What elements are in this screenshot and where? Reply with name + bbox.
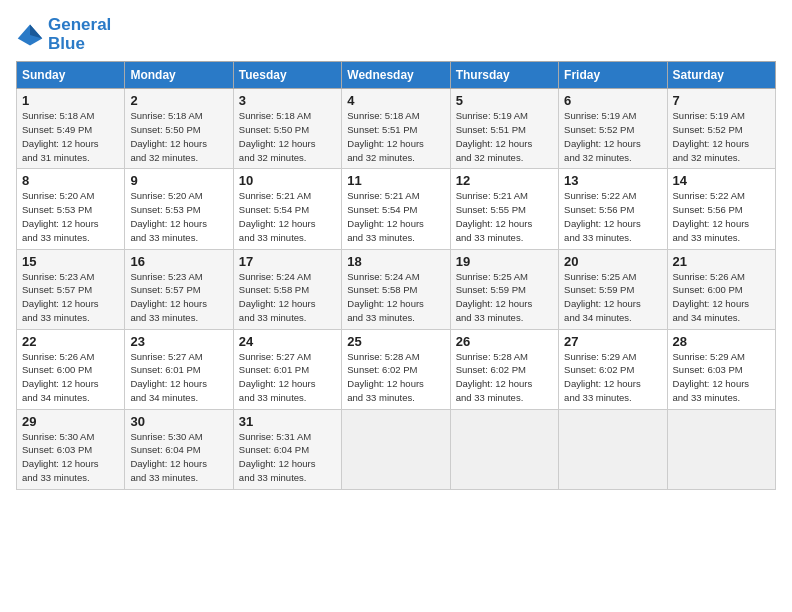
calendar-cell: 23 Sunrise: 5:27 AMSunset: 6:01 PMDaylig… xyxy=(125,329,233,409)
calendar-cell: 4 Sunrise: 5:18 AMSunset: 5:51 PMDayligh… xyxy=(342,89,450,169)
calendar-cell: 31 Sunrise: 5:31 AMSunset: 6:04 PMDaylig… xyxy=(233,409,341,489)
calendar-cell: 28 Sunrise: 5:29 AMSunset: 6:03 PMDaylig… xyxy=(667,329,775,409)
weekday-header-monday: Monday xyxy=(125,62,233,89)
calendar-cell: 19 Sunrise: 5:25 AMSunset: 5:59 PMDaylig… xyxy=(450,249,558,329)
day-number: 19 xyxy=(456,254,553,269)
day-number: 3 xyxy=(239,93,336,108)
calendar-cell xyxy=(342,409,450,489)
calendar-cell: 10 Sunrise: 5:21 AMSunset: 5:54 PMDaylig… xyxy=(233,169,341,249)
day-info: Sunrise: 5:27 AMSunset: 6:01 PMDaylight:… xyxy=(130,350,227,405)
calendar-cell: 9 Sunrise: 5:20 AMSunset: 5:53 PMDayligh… xyxy=(125,169,233,249)
calendar-cell: 24 Sunrise: 5:27 AMSunset: 6:01 PMDaylig… xyxy=(233,329,341,409)
day-info: Sunrise: 5:31 AMSunset: 6:04 PMDaylight:… xyxy=(239,430,336,485)
day-info: Sunrise: 5:19 AMSunset: 5:52 PMDaylight:… xyxy=(673,109,770,164)
weekday-header-friday: Friday xyxy=(559,62,667,89)
calendar-cell: 5 Sunrise: 5:19 AMSunset: 5:51 PMDayligh… xyxy=(450,89,558,169)
calendar-cell: 13 Sunrise: 5:22 AMSunset: 5:56 PMDaylig… xyxy=(559,169,667,249)
day-info: Sunrise: 5:19 AMSunset: 5:52 PMDaylight:… xyxy=(564,109,661,164)
day-info: Sunrise: 5:30 AMSunset: 6:03 PMDaylight:… xyxy=(22,430,119,485)
calendar-cell: 21 Sunrise: 5:26 AMSunset: 6:00 PMDaylig… xyxy=(667,249,775,329)
day-info: Sunrise: 5:26 AMSunset: 6:00 PMDaylight:… xyxy=(22,350,119,405)
calendar-cell: 14 Sunrise: 5:22 AMSunset: 5:56 PMDaylig… xyxy=(667,169,775,249)
day-number: 8 xyxy=(22,173,119,188)
page-header: General Blue xyxy=(16,16,776,53)
logo-text: General Blue xyxy=(48,16,111,53)
day-number: 21 xyxy=(673,254,770,269)
day-number: 6 xyxy=(564,93,661,108)
day-info: Sunrise: 5:20 AMSunset: 5:53 PMDaylight:… xyxy=(130,189,227,244)
weekday-header-saturday: Saturday xyxy=(667,62,775,89)
day-info: Sunrise: 5:24 AMSunset: 5:58 PMDaylight:… xyxy=(347,270,444,325)
day-number: 15 xyxy=(22,254,119,269)
day-number: 17 xyxy=(239,254,336,269)
calendar-cell: 26 Sunrise: 5:28 AMSunset: 6:02 PMDaylig… xyxy=(450,329,558,409)
weekday-header-tuesday: Tuesday xyxy=(233,62,341,89)
day-number: 16 xyxy=(130,254,227,269)
calendar-cell: 17 Sunrise: 5:24 AMSunset: 5:58 PMDaylig… xyxy=(233,249,341,329)
calendar-cell xyxy=(450,409,558,489)
calendar-cell: 18 Sunrise: 5:24 AMSunset: 5:58 PMDaylig… xyxy=(342,249,450,329)
calendar-cell: 12 Sunrise: 5:21 AMSunset: 5:55 PMDaylig… xyxy=(450,169,558,249)
day-number: 18 xyxy=(347,254,444,269)
day-number: 28 xyxy=(673,334,770,349)
day-info: Sunrise: 5:24 AMSunset: 5:58 PMDaylight:… xyxy=(239,270,336,325)
day-info: Sunrise: 5:21 AMSunset: 5:54 PMDaylight:… xyxy=(239,189,336,244)
day-info: Sunrise: 5:19 AMSunset: 5:51 PMDaylight:… xyxy=(456,109,553,164)
calendar-cell: 6 Sunrise: 5:19 AMSunset: 5:52 PMDayligh… xyxy=(559,89,667,169)
day-info: Sunrise: 5:28 AMSunset: 6:02 PMDaylight:… xyxy=(347,350,444,405)
day-number: 23 xyxy=(130,334,227,349)
day-number: 7 xyxy=(673,93,770,108)
day-info: Sunrise: 5:23 AMSunset: 5:57 PMDaylight:… xyxy=(22,270,119,325)
day-info: Sunrise: 5:21 AMSunset: 5:55 PMDaylight:… xyxy=(456,189,553,244)
day-number: 9 xyxy=(130,173,227,188)
logo-icon xyxy=(16,21,44,49)
day-info: Sunrise: 5:29 AMSunset: 6:02 PMDaylight:… xyxy=(564,350,661,405)
day-info: Sunrise: 5:23 AMSunset: 5:57 PMDaylight:… xyxy=(130,270,227,325)
day-number: 30 xyxy=(130,414,227,429)
calendar-cell xyxy=(667,409,775,489)
day-number: 4 xyxy=(347,93,444,108)
day-info: Sunrise: 5:21 AMSunset: 5:54 PMDaylight:… xyxy=(347,189,444,244)
calendar-table: SundayMondayTuesdayWednesdayThursdayFrid… xyxy=(16,61,776,489)
calendar-cell: 27 Sunrise: 5:29 AMSunset: 6:02 PMDaylig… xyxy=(559,329,667,409)
calendar-cell: 1 Sunrise: 5:18 AMSunset: 5:49 PMDayligh… xyxy=(17,89,125,169)
day-info: Sunrise: 5:25 AMSunset: 5:59 PMDaylight:… xyxy=(456,270,553,325)
calendar-cell: 11 Sunrise: 5:21 AMSunset: 5:54 PMDaylig… xyxy=(342,169,450,249)
day-info: Sunrise: 5:20 AMSunset: 5:53 PMDaylight:… xyxy=(22,189,119,244)
day-info: Sunrise: 5:30 AMSunset: 6:04 PMDaylight:… xyxy=(130,430,227,485)
day-number: 26 xyxy=(456,334,553,349)
calendar-cell: 30 Sunrise: 5:30 AMSunset: 6:04 PMDaylig… xyxy=(125,409,233,489)
day-info: Sunrise: 5:18 AMSunset: 5:50 PMDaylight:… xyxy=(239,109,336,164)
calendar-cell: 3 Sunrise: 5:18 AMSunset: 5:50 PMDayligh… xyxy=(233,89,341,169)
day-info: Sunrise: 5:18 AMSunset: 5:50 PMDaylight:… xyxy=(130,109,227,164)
day-number: 1 xyxy=(22,93,119,108)
weekday-header-thursday: Thursday xyxy=(450,62,558,89)
day-number: 25 xyxy=(347,334,444,349)
calendar-cell: 29 Sunrise: 5:30 AMSunset: 6:03 PMDaylig… xyxy=(17,409,125,489)
day-number: 29 xyxy=(22,414,119,429)
day-info: Sunrise: 5:26 AMSunset: 6:00 PMDaylight:… xyxy=(673,270,770,325)
day-number: 22 xyxy=(22,334,119,349)
day-info: Sunrise: 5:29 AMSunset: 6:03 PMDaylight:… xyxy=(673,350,770,405)
day-number: 13 xyxy=(564,173,661,188)
day-number: 10 xyxy=(239,173,336,188)
day-info: Sunrise: 5:18 AMSunset: 5:51 PMDaylight:… xyxy=(347,109,444,164)
weekday-header-sunday: Sunday xyxy=(17,62,125,89)
day-number: 31 xyxy=(239,414,336,429)
day-number: 2 xyxy=(130,93,227,108)
calendar-cell: 20 Sunrise: 5:25 AMSunset: 5:59 PMDaylig… xyxy=(559,249,667,329)
day-number: 11 xyxy=(347,173,444,188)
day-info: Sunrise: 5:22 AMSunset: 5:56 PMDaylight:… xyxy=(564,189,661,244)
calendar-cell xyxy=(559,409,667,489)
calendar-cell: 8 Sunrise: 5:20 AMSunset: 5:53 PMDayligh… xyxy=(17,169,125,249)
day-number: 14 xyxy=(673,173,770,188)
day-info: Sunrise: 5:27 AMSunset: 6:01 PMDaylight:… xyxy=(239,350,336,405)
calendar-cell: 2 Sunrise: 5:18 AMSunset: 5:50 PMDayligh… xyxy=(125,89,233,169)
day-info: Sunrise: 5:18 AMSunset: 5:49 PMDaylight:… xyxy=(22,109,119,164)
day-number: 27 xyxy=(564,334,661,349)
calendar-cell: 22 Sunrise: 5:26 AMSunset: 6:00 PMDaylig… xyxy=(17,329,125,409)
calendar-cell: 25 Sunrise: 5:28 AMSunset: 6:02 PMDaylig… xyxy=(342,329,450,409)
calendar-cell: 15 Sunrise: 5:23 AMSunset: 5:57 PMDaylig… xyxy=(17,249,125,329)
day-info: Sunrise: 5:22 AMSunset: 5:56 PMDaylight:… xyxy=(673,189,770,244)
calendar-cell: 7 Sunrise: 5:19 AMSunset: 5:52 PMDayligh… xyxy=(667,89,775,169)
